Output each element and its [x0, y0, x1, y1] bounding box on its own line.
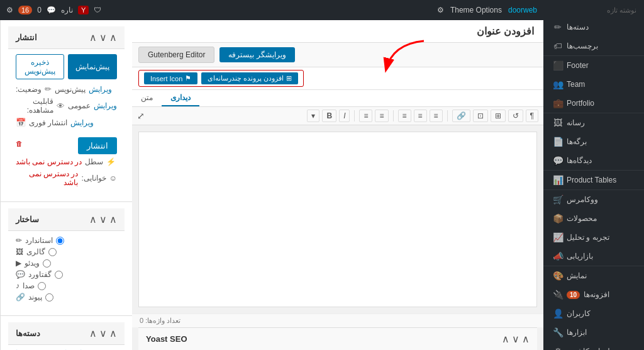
structure-video: ویدئو ▶ — [16, 259, 117, 268]
theme-options[interactable]: Theme Options — [450, 6, 502, 14]
sidebar-item-pages[interactable]: برچسب‌ها 🏷 — [543, 37, 644, 55]
struct-expand-icon[interactable]: ∧ — [89, 213, 97, 225]
yoast-icon: Y — [78, 6, 89, 14]
sidebar-item-label: نمایش — [567, 271, 587, 280]
radio-gallery[interactable] — [48, 248, 57, 256]
footer-icon: ⬛ — [553, 60, 563, 71]
collapse-down-icon[interactable]: ∨ — [99, 31, 107, 43]
radio-chat[interactable] — [55, 271, 63, 279]
yoast-down-icon[interactable]: ∨ — [512, 333, 519, 345]
collapse-up-icon[interactable]: ∧ — [109, 31, 117, 43]
format-toolbar: ¶ ↺ ⊞ ⊡ 🔗 ≡ ≡ ≡ ≡ ≡ I B ▾ ⤢ — [132, 107, 543, 125]
editor-body[interactable] — [138, 132, 537, 307]
sidebar-item-appearance[interactable]: نمایش 🎨 — [543, 266, 644, 285]
link-icon: 🔗 — [16, 293, 25, 302]
sidebar-item-posts[interactable]: دسته‌ها ✏ — [543, 18, 644, 37]
format-list-ul[interactable]: ≡ — [359, 110, 372, 122]
radio-link-label: پیوند — [28, 293, 42, 302]
radio-link[interactable] — [45, 293, 53, 302]
sidebar-item-analytics[interactable]: تجربه و تحلیل 📈 — [543, 228, 644, 247]
sidebar-item-products[interactable]: محصولات 📦 — [543, 209, 644, 228]
format-grid[interactable]: ⊞ — [491, 110, 506, 122]
sidebar-item-settings[interactable]: تنظیمات کاشبور ⚙ — [543, 342, 644, 350]
yoast-expand-icon[interactable]: ∧ — [502, 333, 509, 345]
yoast-label: Yoast SEO — [146, 334, 187, 344]
status-value: پیش‌نویس — [55, 85, 86, 94]
settings-cog-icon[interactable]: ⚙ — [6, 6, 13, 14]
add-media-button[interactable]: ⊞ افزودن پرونده چندرسانه‌ای — [201, 72, 298, 84]
preview-button[interactable]: پیش‌نمایش — [68, 54, 117, 79]
cat-up-icon[interactable]: ∧ — [109, 327, 117, 339]
visibility-icon: 👁 — [57, 101, 65, 111]
top-bar-left: doorweb Theme Options ⚙ — [437, 6, 537, 14]
sidebar-item-footer[interactable]: Footer ⬛ — [543, 56, 644, 75]
format-align-right[interactable]: ≡ — [398, 110, 411, 122]
yoast-bar: ∧ ∨ ∧ Yoast SEO — [138, 327, 537, 350]
sidebar-item-woocommerce[interactable]: ووکامرس 🛒 — [543, 190, 644, 209]
format-link[interactable]: 🔗 — [452, 110, 470, 122]
plugins-badge: 10 — [567, 291, 580, 299]
trash-link[interactable]: 🗑 — [16, 140, 23, 147]
gutenberg-editor-button[interactable]: Gutenberg Editor — [138, 47, 214, 63]
format-more[interactable]: ▾ — [307, 110, 319, 122]
gear-icon[interactable]: ⚙ — [437, 6, 444, 14]
collapse-expand-icon[interactable]: ∧ — [89, 31, 97, 43]
sidebar-item-users[interactable]: کاربران 👤 — [543, 304, 644, 323]
portfolio-icon: 💼 — [553, 98, 563, 108]
sidebar-item-label: Product Tables — [567, 176, 616, 184]
updates-count[interactable]: 16 — [18, 6, 32, 14]
struct-down-icon[interactable]: ∨ — [99, 213, 107, 225]
editor-toolbar: ویرایشگر بیسترفه Gutenberg Editor — [132, 43, 543, 67]
struct-up-icon[interactable]: ∧ — [109, 213, 117, 225]
users-icon: 👤 — [553, 308, 563, 319]
media-upload-icon: ⊞ — [286, 74, 292, 82]
sidebar-header: نوشته تازه — [543, 0, 644, 18]
format-list-ol[interactable]: ≡ — [375, 110, 388, 122]
tab-text[interactable]: متن — [132, 90, 162, 106]
sidebar-item-product-tables[interactable]: Product Tables 📊 — [543, 171, 644, 189]
appearance-icon: 🎨 — [553, 271, 563, 281]
format-refresh[interactable]: ↺ — [508, 110, 523, 122]
format-align-center[interactable]: ≡ — [414, 110, 427, 122]
tab-visual[interactable]: دیداری — [162, 90, 199, 106]
insert-icon-button[interactable]: ⚑ Insert Icon — [144, 72, 197, 84]
sidebar-item-label: افزونه‌ها — [584, 290, 609, 299]
sidebar-item-team[interactable]: Team 👥 — [543, 75, 644, 94]
format-align-left[interactable]: ≡ — [430, 110, 443, 122]
sidebar-item-media[interactable]: رسانه 🖼 — [543, 113, 644, 132]
cat-expand-icon[interactable]: ∧ — [89, 327, 97, 339]
edit-date-link[interactable]: ویرایش — [70, 118, 94, 127]
editor-title: افزودن عنوان — [132, 20, 543, 43]
frontend-editor-button[interactable]: ویرایشگر بیسترفه — [219, 47, 294, 62]
sidebar: نوشته تازه دسته‌ها ✏ برچسب‌ها 🏷 Footer ⬛… — [543, 0, 644, 350]
radio-standard[interactable] — [56, 237, 64, 245]
format-italic[interactable]: I — [339, 110, 350, 122]
format-bold[interactable]: B — [322, 110, 336, 122]
radio-sound[interactable] — [38, 282, 46, 290]
format-table[interactable]: ⊡ — [473, 110, 488, 122]
sidebar-item-tools[interactable]: ابزارها 🔧 — [543, 323, 644, 342]
sidebar-item-portfolio[interactable]: Portfolio 💼 — [543, 94, 644, 113]
publish-button[interactable]: انتشار — [78, 137, 117, 154]
yoast-up-icon[interactable]: ∧ — [522, 333, 530, 345]
radio-video[interactable] — [43, 259, 51, 268]
edit-visibility-link[interactable]: ویرایش — [94, 101, 117, 110]
fullscreen-icon[interactable]: ⤢ — [137, 111, 145, 121]
cat-down-icon[interactable]: ∨ — [99, 327, 107, 339]
categories-header: ∧ ∨ ∧ دسته‌ها — [8, 322, 125, 345]
recycle-icon: ☺ — [109, 174, 117, 183]
sidebar-item-plugins[interactable]: افزونه‌ها 10 🔌 — [543, 285, 644, 304]
sidebar-item-comments[interactable]: دیدگاه‌ها 💬 — [543, 151, 644, 170]
categories-title: دسته‌ها — [16, 329, 40, 338]
edit-status-link[interactable]: ویرایش — [89, 85, 112, 94]
save-draft-button[interactable]: ذخیره پیش‌نویس — [16, 54, 64, 79]
sidebar-item-marketing[interactable]: بازاریابی 📣 — [543, 247, 644, 266]
structure-chat: گفتاورد 💬 — [16, 270, 117, 279]
site-name[interactable]: doorweb — [508, 6, 537, 14]
sidebar-item-label: Portfolio — [567, 99, 594, 108]
team-icon: 👥 — [553, 79, 563, 89]
format-paragraph[interactable]: ¶ — [526, 110, 538, 122]
sidebar-item-pages2[interactable]: برگه‌ها 📄 — [543, 132, 644, 151]
notification-label[interactable]: ناره — [61, 6, 73, 14]
chat-icon: 💬 — [16, 270, 25, 279]
